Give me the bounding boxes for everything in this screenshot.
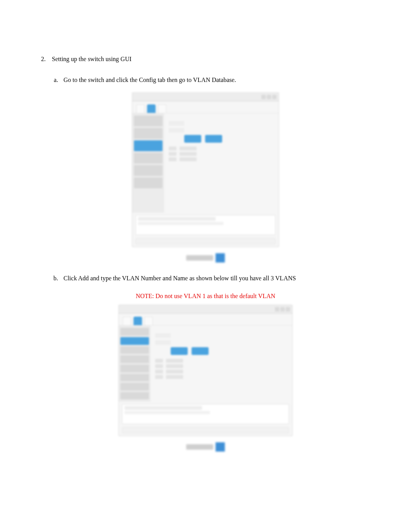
vlan-table (155, 359, 288, 379)
screenshot-2 (118, 305, 293, 436)
sidebar-item (120, 346, 149, 354)
substep-b: b. Click Add and type the VLAN Number an… (52, 273, 372, 283)
close-icon (286, 307, 290, 311)
add-button (184, 135, 201, 143)
substep-a: a. Go to the switch and click the Config… (52, 75, 372, 85)
substep-a-letter: a. (52, 75, 63, 85)
shot-sidebar (119, 326, 151, 402)
tab-cli (158, 104, 166, 113)
substep-b-text: Click Add and type the VLAN Number and N… (63, 273, 372, 283)
sidebar-item-vlan-database (134, 140, 163, 151)
vlan-number-field (169, 121, 184, 126)
shot-main (151, 326, 292, 402)
screenshot-1-container (39, 92, 372, 263)
button-row (171, 347, 288, 355)
screenshot-1 (132, 92, 279, 247)
sidebar-item (134, 116, 163, 126)
cli-title (138, 217, 216, 221)
shot-main (164, 113, 279, 213)
maximize-icon (281, 307, 284, 311)
vlan-note: NOTE: Do not use VLAN 1 as that is the d… (39, 291, 372, 301)
minimize-icon (262, 95, 265, 99)
tab-config (134, 317, 142, 325)
ios-cli-panel (135, 215, 276, 235)
pagination-1 (186, 253, 225, 263)
sidebar-item (120, 383, 149, 390)
step-title: Setting up the switch using GUI (52, 54, 372, 64)
cli-line (138, 222, 223, 225)
status-bar (122, 427, 289, 433)
pagination-bar (186, 255, 213, 261)
tab-cli (144, 317, 153, 325)
sidebar-item (134, 177, 163, 188)
table-row (155, 364, 288, 368)
add-button (171, 347, 188, 355)
sidebar-item (120, 328, 149, 336)
table-row (155, 375, 288, 379)
tab-row (132, 101, 279, 113)
vlan-number-field (155, 333, 171, 338)
tab-physical (123, 317, 131, 325)
sidebar-item (120, 374, 149, 382)
remove-button (205, 135, 222, 143)
sidebar-item (120, 355, 149, 363)
vlan-name-field (155, 340, 171, 345)
sidebar-item (120, 392, 149, 400)
maximize-icon (267, 95, 271, 99)
table-row (169, 157, 274, 161)
table-row (155, 359, 288, 363)
vlan-name-field (169, 128, 184, 133)
table-row (169, 152, 274, 156)
tab-config (147, 104, 156, 113)
sidebar-item-vlan-database (120, 337, 149, 345)
pagination-indicator (216, 253, 225, 263)
table-row (169, 147, 274, 150)
sidebar-item (120, 365, 149, 372)
substep-a-text: Go to the switch and click the Config ta… (63, 75, 372, 85)
minimize-icon (275, 307, 279, 311)
ios-cli-panel (122, 404, 289, 424)
window-buttons (262, 95, 276, 99)
sidebar-item (134, 153, 163, 164)
cli-line (125, 411, 210, 414)
sidebar-item (134, 165, 163, 176)
pagination-bar (186, 444, 213, 450)
table-row (155, 370, 288, 373)
remove-button (192, 347, 209, 355)
sidebar-item (134, 128, 163, 139)
button-row (184, 135, 274, 143)
tab-physical (136, 104, 145, 113)
window-buttons (275, 307, 290, 311)
cli-title (125, 406, 202, 410)
shot-sidebar (132, 113, 164, 213)
window-titlebar (132, 93, 279, 101)
substep-b-letter: b. (52, 273, 63, 283)
pagination-indicator (216, 442, 225, 452)
close-icon (272, 95, 276, 99)
tab-row (119, 314, 292, 325)
shot-body (132, 113, 279, 213)
status-bar (135, 238, 276, 244)
window-titlebar (119, 305, 292, 314)
step-number: 2. (39, 54, 52, 64)
vlan-table (169, 147, 274, 161)
screenshot-2-container (39, 305, 372, 452)
shot-body (119, 325, 292, 402)
step-2: 2. Setting up the switch using GUI (39, 54, 372, 64)
pagination-2 (186, 442, 225, 452)
